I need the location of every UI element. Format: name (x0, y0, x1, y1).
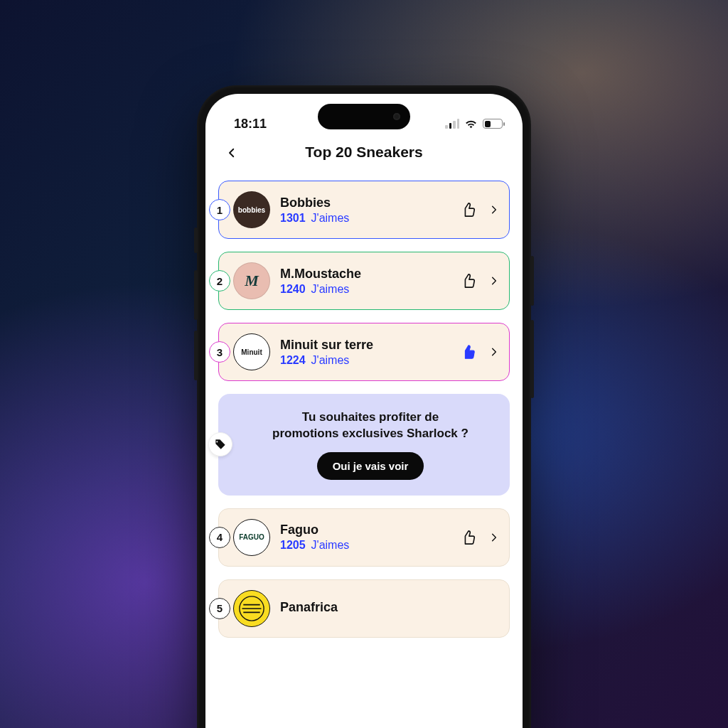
ranking-card[interactable]: 4 FAGUO Faguo 1205 J'aimes (218, 508, 510, 567)
likes-label: J'aimes (311, 539, 350, 552)
promo-text: Tu souhaites profiter de promotions excl… (272, 410, 469, 442)
chevron-right-icon[interactable] (489, 347, 499, 357)
screen: 18:11 Top 20 Sneakers 1 bobbies Bobbie (205, 94, 523, 728)
like-button[interactable] (461, 530, 476, 545)
phone-frame: 18:11 Top 20 Sneakers 1 bobbies Bobbie (197, 85, 531, 728)
tag-icon (208, 432, 232, 456)
brand-name: Bobbies (280, 196, 451, 210)
status-icons (445, 119, 503, 129)
rank-badge: 1 (209, 199, 230, 220)
brand-logo: FAGUO (233, 519, 270, 556)
status-time: 18:11 (234, 117, 267, 132)
likes-label: J'aimes (311, 354, 350, 367)
likes-label: J'aimes (311, 283, 350, 296)
brand-logo (233, 590, 270, 627)
ranking-card[interactable]: 2 M M.Moustache 1240 J'aimes (218, 252, 510, 310)
content-scroll[interactable]: 1 bobbies Bobbies 1301 J'aimes (205, 171, 523, 728)
dynamic-island (318, 104, 410, 129)
rank-badge: 3 (209, 341, 230, 363)
chevron-right-icon[interactable] (489, 205, 499, 215)
battery-icon (483, 119, 503, 129)
likes-count: 1240 (280, 283, 306, 296)
brand-name: Faguo (280, 523, 451, 537)
brand-name: M.Moustache (280, 267, 451, 282)
rank-badge: 2 (209, 270, 230, 291)
like-button[interactable] (461, 273, 476, 289)
rank-badge: 4 (209, 527, 230, 548)
promo-cta-button[interactable]: Oui je vais voir (317, 452, 424, 480)
likes-count: 1205 (280, 539, 306, 552)
back-button[interactable] (221, 142, 242, 164)
chevron-right-icon[interactable] (489, 532, 499, 542)
brand-name: Minuit sur terre (280, 338, 451, 353)
brand-logo: Minuit (233, 333, 270, 370)
chevron-right-icon[interactable] (489, 276, 499, 286)
promo-banner: Tu souhaites profiter de promotions excl… (218, 394, 510, 496)
rank-badge: 5 (209, 598, 230, 619)
cellular-icon (445, 119, 459, 129)
brand-logo: M (233, 262, 270, 299)
wifi-icon (464, 119, 478, 129)
like-button[interactable] (461, 202, 476, 218)
ranking-card[interactable]: 5 Panafrica (218, 579, 510, 638)
app-header: Top 20 Sneakers (205, 139, 523, 171)
likes-label: J'aimes (311, 212, 350, 225)
like-button[interactable] (461, 344, 476, 360)
ranking-card[interactable]: 3 Minuit Minuit sur terre 1224 J'aimes (218, 323, 510, 381)
likes-count: 1224 (280, 354, 306, 367)
brand-logo: bobbies (233, 191, 270, 228)
ranking-card[interactable]: 1 bobbies Bobbies 1301 J'aimes (218, 181, 510, 239)
page-title: Top 20 Sneakers (305, 144, 422, 161)
likes-count: 1301 (280, 212, 306, 225)
brand-name: Panafrica (280, 600, 499, 615)
